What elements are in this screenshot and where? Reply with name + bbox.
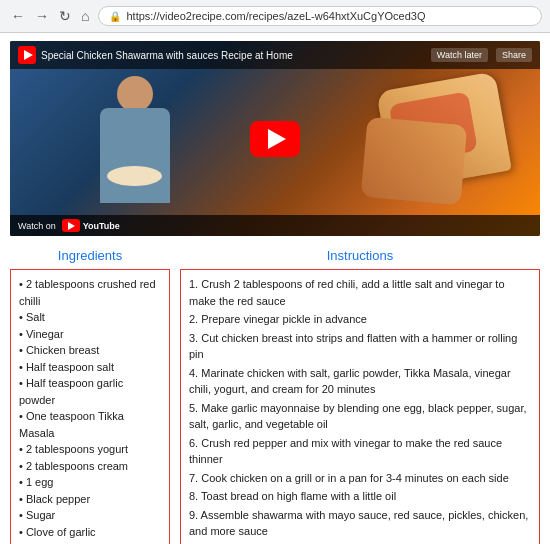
- ingredients-box: 2 tablespoons crushed red chilliSaltVine…: [10, 269, 170, 544]
- browser-chrome: ← → ↻ ⌂ 🔒 https://video2recipe.com/recip…: [0, 0, 550, 33]
- instructions-column: Instructions 1. Crush 2 tablespoons of r…: [180, 248, 540, 544]
- refresh-icon[interactable]: ↻: [56, 6, 74, 26]
- instruction-item: 2. Prepare vinegar pickle in advance: [189, 311, 531, 328]
- ingredient-item: 2 tablespoons crushed red chilli: [19, 276, 161, 309]
- ingredient-item: Chicken breast: [19, 342, 161, 359]
- ingredient-item: 2 tablespoons cream: [19, 458, 161, 475]
- ingredient-item: 2 tablespoons yogurt: [19, 441, 161, 458]
- youtube-bar: Watch on YouTube: [10, 215, 540, 236]
- instruction-item: 5. Make garlic mayonnaise by blending on…: [189, 400, 531, 433]
- youtube-logo-icon: [18, 46, 36, 64]
- address-bar[interactable]: 🔒 https://video2recipe.com/recipes/azeL-…: [98, 6, 542, 26]
- youtube-text: YouTube: [83, 221, 120, 231]
- nav-icons: ← → ↻ ⌂: [8, 6, 92, 26]
- play-triangle-icon: [268, 129, 286, 149]
- youtube-logo-bar: YouTube: [62, 219, 120, 232]
- youtube-play-triangle: [24, 50, 33, 60]
- instruction-item: 6. Crush red pepper and mix with vinegar…: [189, 435, 531, 468]
- youtube-bar-icon: [62, 219, 80, 232]
- lock-icon: 🔒: [109, 11, 121, 22]
- page-content: Special Chicken Shawarma with sauces Rec…: [0, 33, 550, 544]
- video-title: Special Chicken Shawarma with sauces Rec…: [41, 50, 431, 61]
- forward-icon[interactable]: →: [32, 6, 52, 26]
- person-plate: [107, 166, 162, 186]
- video-container[interactable]: Special Chicken Shawarma with sauces Rec…: [10, 41, 540, 236]
- instruction-item: 7. Cook chicken on a grill or in a pan f…: [189, 470, 531, 487]
- person-head: [117, 76, 153, 112]
- video-title-bar: Special Chicken Shawarma with sauces Rec…: [10, 41, 540, 69]
- share-button[interactable]: Share: [496, 48, 532, 62]
- person-figure: [90, 76, 180, 236]
- ingredient-item: Black pepper: [19, 491, 161, 508]
- url-text: https://video2recipe.com/recipes/azeL-w6…: [126, 10, 425, 22]
- food-decoration: [334, 61, 514, 221]
- ingredients-title: Ingredients: [10, 248, 170, 263]
- instruction-item: 1. Crush 2 tablespoons of red chili, add…: [189, 276, 531, 309]
- youtube-bar-triangle: [68, 222, 75, 230]
- play-button[interactable]: [250, 121, 300, 157]
- ingredient-item: Half teaspoon salt: [19, 359, 161, 376]
- instruction-item: 8. Toast bread on high flame with a litt…: [189, 488, 531, 505]
- content-columns: Ingredients 2 tablespoons crushed red ch…: [10, 248, 540, 544]
- ingredient-item: One teaspoon Tikka Masala: [19, 408, 161, 441]
- video-actions: Watch later Share: [431, 48, 532, 62]
- person-body: [100, 108, 170, 203]
- watch-later-button[interactable]: Watch later: [431, 48, 488, 62]
- back-icon[interactable]: ←: [8, 6, 28, 26]
- watch-on-text: Watch on: [18, 221, 56, 231]
- instruction-item: 3. Cut chicken breast into strips and fl…: [189, 330, 531, 363]
- ingredient-item: Salt: [19, 309, 161, 326]
- instruction-item: 4. Marinate chicken with salt, garlic po…: [189, 365, 531, 398]
- ingredients-column: Ingredients 2 tablespoons crushed red ch…: [10, 248, 170, 544]
- instruction-item: 9. Assemble shawarma with mayo sauce, re…: [189, 507, 531, 540]
- ingredient-item: Vinegar: [19, 326, 161, 343]
- ingredient-item: Vegetable oil: [19, 540, 161, 544]
- ingredient-item: Sugar: [19, 507, 161, 524]
- shawarma-item-2: [360, 117, 467, 205]
- ingredient-item: Half teaspoon garlic powder: [19, 375, 161, 408]
- ingredient-item: 1 egg: [19, 474, 161, 491]
- ingredient-item: Clove of garlic: [19, 524, 161, 541]
- instructions-title: Instructions: [180, 248, 540, 263]
- instructions-box: 1. Crush 2 tablespoons of red chili, add…: [180, 269, 540, 544]
- home-icon[interactable]: ⌂: [78, 6, 92, 26]
